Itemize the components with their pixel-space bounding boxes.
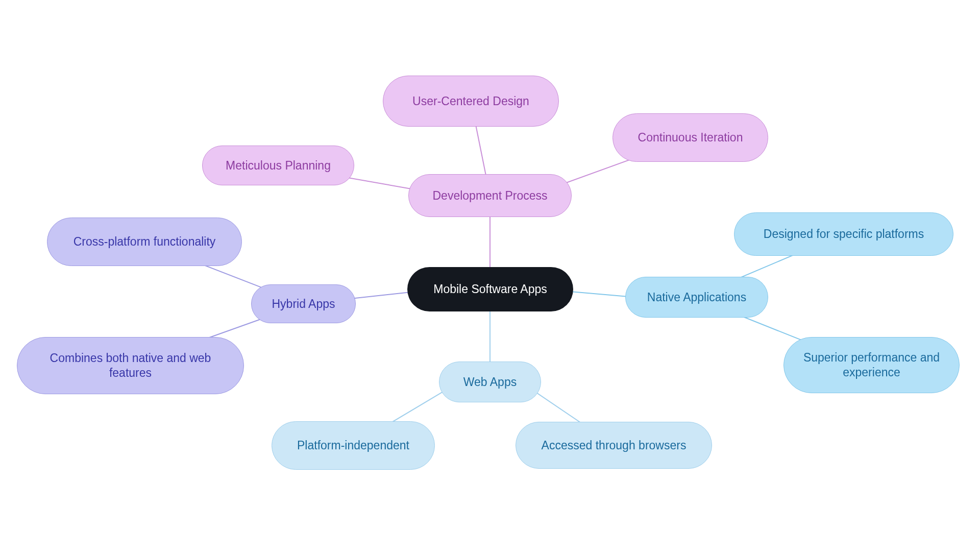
node-web-apps[interactable]: Web Apps (439, 362, 541, 402)
node-label: Cross-platform functionality (74, 234, 216, 249)
node-development-process[interactable]: Development Process (408, 174, 572, 217)
center-label: Mobile Software Apps (433, 282, 547, 297)
node-label: Designed for specific platforms (764, 227, 924, 242)
mindmap-canvas: Mobile Software Apps Development Process… (0, 0, 980, 553)
node-user-centered-design[interactable]: User-Centered Design (383, 76, 559, 127)
node-label: Continuous Iteration (638, 130, 743, 145)
node-label: Superior performance and experience (798, 350, 945, 380)
node-native-applications[interactable]: Native Applications (625, 277, 768, 318)
node-label: Platform-independent (297, 438, 409, 453)
node-label: User-Centered Design (412, 94, 529, 109)
node-meticulous-planning[interactable]: Meticulous Planning (202, 146, 354, 185)
node-platform-independent[interactable]: Platform-independent (272, 421, 435, 470)
node-continuous-iteration[interactable]: Continuous Iteration (612, 113, 768, 162)
node-superior-performance[interactable]: Superior performance and experience (783, 337, 960, 393)
node-accessed-browsers[interactable]: Accessed through browsers (516, 422, 712, 469)
node-designed-specific-platforms[interactable]: Designed for specific platforms (734, 212, 953, 256)
node-label: Web Apps (463, 375, 517, 390)
center-node[interactable]: Mobile Software Apps (407, 267, 573, 311)
node-label: Meticulous Planning (226, 158, 331, 173)
node-label: Native Applications (647, 290, 746, 305)
node-combines-native-web[interactable]: Combines both native and web features (17, 337, 244, 394)
node-cross-platform[interactable]: Cross-platform functionality (47, 218, 242, 266)
node-label: Accessed through browsers (542, 438, 687, 453)
node-label: Combines both native and web features (32, 351, 229, 380)
node-label: Development Process (433, 188, 548, 203)
node-label: Hybrid Apps (272, 297, 335, 311)
node-hybrid-apps[interactable]: Hybrid Apps (251, 284, 356, 323)
